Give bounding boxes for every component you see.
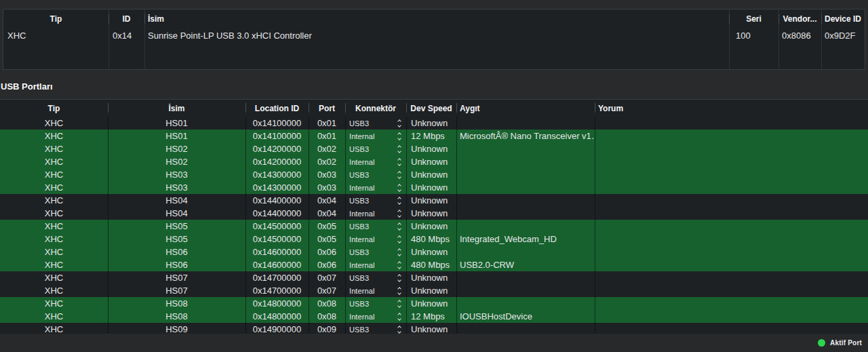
konnektor-dropdown[interactable]: Internal (345, 233, 406, 246)
port-cell-yorum (595, 207, 868, 220)
port-cell-tip: XHC (0, 246, 108, 258)
konnektor-dropdown[interactable]: Internal (345, 258, 406, 271)
port-row[interactable]: XHC HS05 0x14500000 0x05 USB3 Unknown (0, 220, 868, 233)
port-cell-location-id: 0x14200000 (245, 142, 309, 155)
konnektor-dropdown[interactable]: USB3 (345, 117, 406, 130)
port-row[interactable]: XHC HS04 0x14400000 0x04 USB3 Unknown (0, 194, 868, 207)
port-row[interactable]: XHC HS01 0x14100000 0x01 USB3 Unknown (0, 117, 868, 130)
stepper-icon (398, 249, 401, 256)
port-cell-aygit: MicrosoftÂ® Nano Transceiver v1… (456, 130, 595, 142)
konnektor-dropdown[interactable]: Internal (345, 284, 406, 297)
port-cell-location-id: 0x14300000 (245, 168, 309, 181)
port-cell-tip: XHC (0, 181, 108, 194)
konnektor-selected-value: USB3 (349, 119, 369, 128)
port-cell-dev-speed: Unknown (406, 142, 456, 155)
konnektor-selected-value: USB3 (349, 222, 369, 231)
konnektor-dropdown[interactable]: USB3 (345, 271, 406, 284)
port-row[interactable]: XHC HS05 0x14500000 0x05 Internal 480 Mb… (0, 233, 868, 246)
port-cell-aygit: Integrated_Webcam_HD (456, 233, 595, 246)
column-header-dev-speed[interactable]: Dev Speed (406, 100, 456, 117)
port-cell-tip: XHC (0, 220, 108, 233)
port-row[interactable]: XHC HS07 0x14700000 0x07 Internal Unknow… (0, 284, 868, 297)
port-cell-location-id: 0x14700000 (245, 284, 309, 297)
konnektor-dropdown[interactable]: Internal (345, 207, 406, 220)
port-row[interactable]: XHC HS03 0x14300000 0x03 Internal Unknow… (0, 181, 868, 194)
port-cell-yorum (595, 271, 868, 284)
port-cell-aygit (456, 246, 595, 258)
port-cell-yorum (595, 194, 868, 207)
stepper-icon (398, 262, 401, 269)
konnektor-dropdown[interactable]: USB3 (345, 323, 406, 334)
status-bar: Aktif Port (0, 334, 868, 352)
port-cell-aygit (456, 181, 595, 194)
port-cell-aygit (456, 284, 595, 297)
port-row[interactable]: XHC HS03 0x14300000 0x03 USB3 Unknown (0, 168, 868, 181)
konnektor-dropdown[interactable]: Internal (345, 310, 406, 323)
konnektor-dropdown[interactable]: Internal (345, 181, 406, 194)
column-header-id[interactable]: ID (108, 9, 144, 28)
port-cell-dev-speed: Unknown (406, 168, 456, 181)
port-cell-port: 0x03 (309, 181, 345, 194)
konnektor-selected-value: Internal (349, 235, 375, 243)
konnektor-dropdown[interactable]: USB3 (345, 246, 406, 258)
port-cell-location-id: 0x14700000 (245, 271, 309, 284)
column-header-tip[interactable]: Tip (3, 9, 108, 28)
konnektor-dropdown[interactable]: USB3 (345, 168, 406, 181)
port-cell-isim: HS07 (108, 271, 245, 284)
port-row[interactable]: XHC HS06 0x14600000 0x06 USB3 Unknown (0, 246, 868, 258)
column-header-port[interactable]: Port (309, 100, 345, 117)
port-cell-isim: HS01 (108, 117, 245, 130)
port-row[interactable]: XHC HS02 0x14200000 0x02 Internal Unknow… (0, 155, 868, 168)
column-header-isim[interactable]: İsim (108, 100, 245, 117)
konnektor-selected-value: USB3 (349, 326, 369, 334)
port-cell-port: 0x02 (309, 142, 345, 155)
column-header-aygit[interactable]: Aygıt (456, 100, 595, 117)
port-cell-aygit (456, 168, 595, 181)
port-cell-yorum (595, 155, 868, 168)
port-cell-yorum (595, 181, 868, 194)
port-cell-tip: XHC (0, 155, 108, 168)
konnektor-selected-value: USB3 (349, 171, 369, 179)
ports-rows: XHC HS01 0x14100000 0x01 USB3 Unknown XH… (0, 117, 868, 334)
port-row[interactable]: XHC HS02 0x14200000 0x02 USB3 Unknown (0, 142, 868, 155)
active-port-indicator-icon (818, 339, 825, 347)
stepper-icon (398, 197, 401, 204)
port-cell-location-id: 0x14400000 (245, 194, 309, 207)
konnektor-dropdown[interactable]: Internal (345, 155, 406, 168)
column-header-seri[interactable]: Seri (729, 9, 778, 28)
port-cell-tip: XHC (0, 233, 108, 246)
port-cell-aygit (456, 297, 595, 310)
konnektor-selected-value: Internal (349, 132, 375, 140)
port-row[interactable]: XHC HS04 0x14400000 0x04 Internal Unknow… (0, 207, 868, 220)
stepper-icon (398, 288, 401, 294)
port-row[interactable]: XHC HS07 0x14700000 0x07 USB3 Unknown (0, 271, 868, 284)
konnektor-dropdown[interactable]: USB3 (345, 142, 406, 155)
port-row[interactable]: XHC HS08 0x14800000 0x08 USB3 Unknown (0, 297, 868, 310)
port-cell-port: 0x07 (309, 284, 345, 297)
port-cell-dev-speed: 12 Mbps (406, 130, 456, 142)
column-header-yorum[interactable]: Yorum (595, 100, 868, 117)
column-header-device-id[interactable]: Device ID (821, 9, 865, 28)
column-header-tip[interactable]: Tip (0, 100, 108, 117)
port-cell-isim: HS09 (108, 323, 245, 334)
konnektor-dropdown[interactable]: USB3 (345, 297, 406, 310)
port-cell-port: 0x01 (309, 117, 345, 130)
konnektor-dropdown[interactable]: USB3 (345, 220, 406, 233)
column-header-konnektor[interactable]: Konnektör (345, 100, 406, 117)
port-cell-isim: HS02 (108, 142, 245, 155)
column-header-location-id[interactable]: Location ID (245, 100, 309, 117)
port-cell-port: 0x03 (309, 168, 345, 181)
port-row[interactable]: XHC HS09 0x14900000 0x09 USB3 Unknown (0, 323, 868, 334)
port-cell-port: 0x04 (309, 194, 345, 207)
port-row[interactable]: XHC HS08 0x14800000 0x08 Internal 12 Mbp… (0, 310, 868, 323)
column-header-vendor[interactable]: Vendor... (778, 9, 821, 28)
column-header-isim[interactable]: İsim (144, 9, 729, 28)
port-row[interactable]: XHC HS06 0x14600000 0x06 Internal 480 Mb… (0, 258, 868, 271)
port-cell-tip: XHC (0, 207, 108, 220)
konnektor-dropdown[interactable]: Internal (345, 130, 406, 142)
port-row[interactable]: XHC HS01 0x14100000 0x01 Internal 12 Mbp… (0, 130, 868, 142)
konnektor-dropdown[interactable]: USB3 (345, 194, 406, 207)
controller-row[interactable]: XHC 0x14 Sunrise Point-LP USB 3.0 xHCI C… (3, 28, 865, 43)
konnektor-selected-value: Internal (349, 261, 375, 269)
controller-cell-isim: Sunrise Point-LP USB 3.0 xHCI Controller (144, 28, 729, 43)
